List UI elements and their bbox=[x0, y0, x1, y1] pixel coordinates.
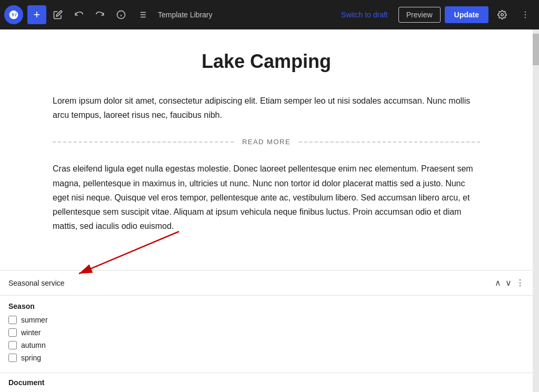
checkbox-spring: spring bbox=[8, 354, 524, 362]
intro-paragraph: Lorem ipsum dolor sit amet, consectetur … bbox=[53, 94, 480, 122]
ellipsis-icon bbox=[521, 10, 530, 19]
checkbox-spring-label: spring bbox=[21, 354, 41, 362]
svg-point-9 bbox=[501, 14, 504, 16]
undo-button[interactable] bbox=[69, 5, 88, 24]
svg-point-12 bbox=[525, 17, 526, 18]
checkbox-spring-input[interactable] bbox=[8, 354, 17, 362]
chevron-down-icon[interactable]: ∨ bbox=[505, 278, 512, 288]
season-group-label: Season bbox=[8, 302, 524, 310]
checkbox-winter-input[interactable] bbox=[8, 328, 17, 337]
settings-button[interactable] bbox=[493, 5, 512, 24]
list-icon bbox=[137, 10, 147, 19]
pencil-icon bbox=[53, 10, 63, 19]
editor-content: Lake Camping Lorem ipsum dolor sit amet,… bbox=[0, 29, 533, 259]
body-paragraph: Cras eleifend ligula eget nulla egestas … bbox=[53, 162, 480, 233]
seasonal-panel: Seasonal service ∧ ∨ ⋮ Season summer bbox=[0, 270, 533, 392]
svg-point-10 bbox=[525, 12, 526, 13]
page-wrapper: + Template L bbox=[0, 0, 539, 392]
checkbox-autumn: autumn bbox=[8, 341, 524, 349]
checkbox-winter-label: winter bbox=[21, 328, 41, 337]
read-more-line-left bbox=[53, 142, 234, 143]
wp-logo-icon bbox=[8, 9, 19, 20]
scrollbar[interactable] bbox=[533, 29, 539, 392]
editor-main: Lake Camping Lorem ipsum dolor sit amet,… bbox=[0, 29, 533, 392]
svg-point-11 bbox=[525, 14, 526, 15]
switch-to-draft-button[interactable]: Switch to draft bbox=[335, 7, 394, 22]
preview-button[interactable]: Preview bbox=[398, 7, 441, 23]
toolbar: + Template L bbox=[0, 0, 539, 29]
more-options-button[interactable] bbox=[516, 5, 535, 24]
checkbox-autumn-input[interactable] bbox=[8, 341, 17, 349]
toolbar-right: Switch to draft Preview Update bbox=[335, 5, 535, 24]
document-footer: Document bbox=[0, 373, 533, 392]
redo-icon bbox=[95, 10, 105, 19]
read-more-divider: READ MORE bbox=[53, 138, 480, 146]
list-view-button[interactable] bbox=[133, 5, 152, 24]
scrollbar-thumb[interactable] bbox=[533, 34, 539, 65]
checkbox-winter: winter bbox=[8, 328, 524, 337]
gear-icon bbox=[497, 10, 507, 19]
info-icon bbox=[116, 10, 126, 19]
post-title: Lake Camping bbox=[53, 51, 480, 73]
seasonal-panel-header[interactable]: Seasonal service ∧ ∨ ⋮ bbox=[0, 270, 533, 296]
undo-icon bbox=[74, 10, 84, 19]
add-block-button[interactable]: + bbox=[27, 5, 46, 24]
wordpress-logo[interactable] bbox=[4, 5, 23, 24]
content-wrapper: Lake Camping Lorem ipsum dolor sit amet,… bbox=[0, 29, 539, 392]
read-more-text: READ MORE bbox=[234, 138, 299, 146]
update-button[interactable]: Update bbox=[445, 6, 488, 23]
panel-header-icons: ∧ ∨ ⋮ bbox=[495, 278, 524, 288]
chevron-up-icon[interactable]: ∧ bbox=[495, 278, 501, 288]
checkbox-summer: summer bbox=[8, 316, 524, 324]
redo-button[interactable] bbox=[91, 5, 109, 24]
read-more-line-right bbox=[299, 142, 480, 143]
checkbox-summer-input[interactable] bbox=[8, 316, 17, 324]
edit-button[interactable] bbox=[48, 5, 67, 24]
seasonal-panel-title: Seasonal service bbox=[8, 279, 495, 287]
editor-scroll-area: Lake Camping Lorem ipsum dolor sit amet,… bbox=[0, 29, 539, 392]
info-button[interactable] bbox=[112, 5, 131, 24]
checkbox-summer-label: summer bbox=[21, 316, 48, 324]
seasonal-panel-body: Season summer winter autumn bbox=[0, 296, 533, 373]
checkbox-autumn-label: autumn bbox=[21, 341, 46, 349]
template-library-label: Template Library bbox=[158, 11, 333, 19]
drag-handle-icon[interactable]: ⋮ bbox=[516, 278, 524, 288]
